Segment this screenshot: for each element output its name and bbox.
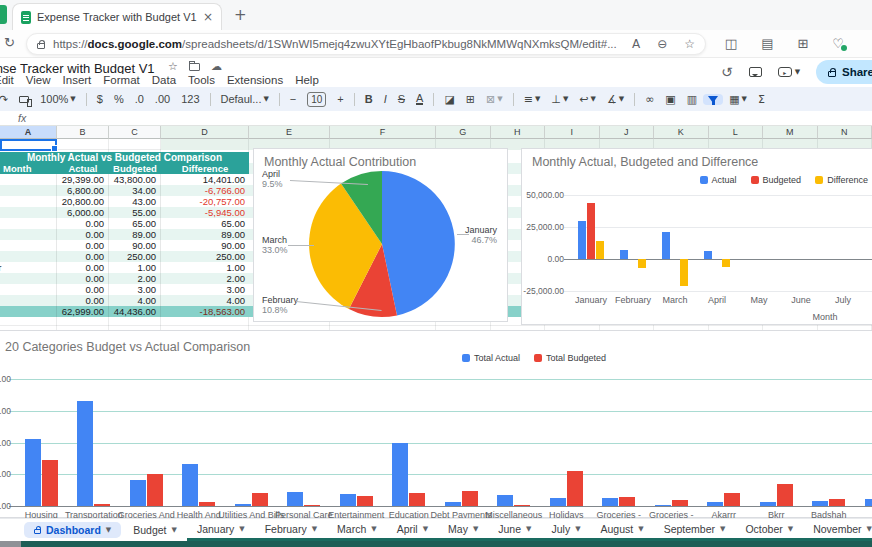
bar-total-budgeted[interactable]	[252, 493, 268, 506]
menu-item-tools[interactable]: Tools	[182, 73, 221, 87]
menu-item-extensions[interactable]: Extensions	[221, 73, 289, 87]
bar-total-actual[interactable]	[392, 443, 408, 507]
cell-budgeted[interactable]: 250.00	[109, 251, 161, 262]
sheet-tab-june[interactable]: June▼	[488, 519, 541, 541]
column-header-j[interactable]: J	[600, 126, 655, 139]
sheet-tab-dashboard[interactable]: Dashboard▼	[24, 522, 121, 538]
bar-total-budgeted[interactable]	[672, 500, 688, 506]
move-folder-icon[interactable]	[189, 63, 200, 71]
bar-total-budgeted[interactable]	[777, 484, 793, 506]
bar-total-budgeted[interactable]	[94, 504, 110, 506]
tab-menu-caret-icon[interactable]: ▼	[720, 525, 725, 533]
bar-total-budgeted[interactable]	[147, 474, 163, 506]
bar-total-budgeted[interactable]	[199, 502, 215, 506]
read-aloud-icon[interactable]: A	[632, 37, 640, 51]
column-header-m[interactable]: M	[763, 126, 818, 139]
split-screen-icon[interactable]: ◫	[725, 36, 737, 51]
insert-link-button[interactable]: ∞	[640, 91, 659, 108]
table-row[interactable]: February6,800.0034.00-6,766.00	[0, 185, 249, 196]
cell-total-difference[interactable]: -18,563.00	[161, 306, 249, 317]
doc-title[interactable]: Expense Tracker with Budget V1	[0, 59, 158, 74]
bar-actual[interactable]	[704, 251, 712, 259]
cell-total-actual[interactable]: 62,999.00	[57, 306, 109, 317]
bar-total-actual[interactable]	[707, 502, 723, 506]
cell-difference[interactable]: -20,757.00	[161, 196, 249, 207]
decrease-font-button[interactable]: −	[285, 91, 301, 107]
sheet-tab-october[interactable]: October▼	[735, 519, 803, 541]
cell-difference[interactable]: 250.00	[161, 251, 249, 262]
bar-total-actual[interactable]	[235, 504, 251, 507]
version-history-icon[interactable]: ↺	[721, 64, 733, 80]
bar-difference[interactable]	[722, 259, 730, 267]
tab-menu-caret-icon[interactable]: ▼	[371, 525, 376, 533]
collections-icon[interactable]: ▤	[761, 36, 773, 51]
bar-total-actual[interactable]	[865, 499, 872, 506]
cell-month[interactable]: November	[0, 284, 57, 295]
cell-budgeted[interactable]: 1.00	[109, 262, 161, 273]
bar-difference[interactable]	[638, 259, 646, 268]
cell-actual[interactable]: 0.00	[57, 251, 109, 262]
cell-month[interactable]: October	[0, 273, 57, 284]
column-header-d[interactable]: D	[161, 126, 249, 139]
cell-month[interactable]: August	[0, 251, 57, 262]
sheet-tab-november[interactable]: November▼	[803, 519, 872, 541]
bar-total-budgeted[interactable]	[829, 499, 845, 506]
cell-budgeted[interactable]: 43.00	[109, 196, 161, 207]
bar-total-budgeted[interactable]	[42, 460, 58, 506]
paint-format-button[interactable]	[14, 94, 34, 105]
cell-month[interactable]: February	[0, 185, 57, 196]
cell-difference[interactable]: -5,945.00	[161, 207, 249, 218]
bar-difference[interactable]	[680, 259, 688, 286]
bar-total-actual[interactable]	[287, 492, 303, 506]
comment-icon[interactable]	[749, 67, 762, 77]
cell-month[interactable]: March	[0, 196, 57, 207]
sheet-tab-february[interactable]: February▼	[255, 519, 327, 541]
cell-budgeted[interactable]: 3.00	[109, 284, 161, 295]
copies-icon[interactable]: ⊞	[797, 36, 808, 51]
cell-budgeted[interactable]: 90.00	[109, 240, 161, 251]
cell-actual[interactable]: 29,399.00	[57, 174, 109, 185]
cell-actual[interactable]: 6,800.00	[57, 185, 109, 196]
browser-tab[interactable]: Expense Tracker with Budget V1 ×	[12, 3, 222, 30]
more-formats-button[interactable]: 123	[176, 91, 204, 107]
text-rotate-button[interactable]: ∡▼	[602, 91, 629, 108]
formula-bar[interactable]: fx	[0, 112, 872, 126]
favorite-star-icon[interactable]: ☆	[684, 37, 695, 51]
url-text[interactable]: https://docs.google.com/spreadsheets/d/1…	[53, 38, 624, 50]
column-header-e[interactable]: E	[249, 126, 330, 139]
cell-actual[interactable]: 0.00	[57, 240, 109, 251]
cell-month[interactable]: July	[0, 240, 57, 251]
tab-menu-caret-icon[interactable]: ▼	[473, 525, 478, 533]
bar-total-budgeted[interactable]	[567, 471, 583, 506]
bar-budgeted[interactable]	[587, 203, 595, 259]
share-button[interactable]: Share	[816, 60, 872, 84]
table-row[interactable]: November0.003.003.00	[0, 284, 249, 295]
decrease-decimal-button[interactable]: .0	[130, 91, 149, 107]
cell-actual[interactable]: 0.00	[57, 273, 109, 284]
column-header-n[interactable]: N	[818, 126, 872, 139]
bar-total-actual[interactable]	[497, 495, 513, 506]
pie-chart[interactable]: Monthly Actual Contribution April9.5% Ma…	[253, 148, 508, 322]
sheet-tab-july[interactable]: July▼	[541, 519, 590, 541]
format-percent-button[interactable]: %	[109, 91, 129, 107]
create-filter-button[interactable]	[703, 94, 723, 105]
bar-total-actual[interactable]	[182, 464, 198, 507]
cell-difference[interactable]: 65.00	[161, 218, 249, 229]
cell-month[interactable]: May	[0, 218, 57, 229]
borders-button[interactable]: ⊞	[461, 91, 480, 108]
table-row[interactable]: September0.001.001.00	[0, 262, 249, 273]
refresh-icon[interactable]: ↻	[4, 35, 15, 50]
bar-total-actual[interactable]	[77, 401, 93, 506]
sheet-tab-budget[interactable]: Budget▼	[123, 519, 187, 541]
monthly-bar-chart[interactable]: Monthly Actual, Budgeted and Difference …	[521, 148, 872, 325]
cell-month[interactable]: January	[0, 174, 57, 185]
bar-total-budgeted[interactable]	[724, 493, 740, 506]
cell-difference[interactable]: -6,766.00	[161, 185, 249, 196]
tab-menu-caret-icon[interactable]: ▼	[106, 526, 111, 534]
bar-total-actual[interactable]	[340, 494, 356, 506]
column-header-b[interactable]: B	[57, 126, 109, 139]
table-row[interactable]: August0.00250.00250.00	[0, 251, 249, 262]
increase-decimal-button[interactable]: .00	[150, 91, 175, 107]
cell-month[interactable]: September	[0, 262, 57, 273]
cell-difference[interactable]: 90.00	[161, 240, 249, 251]
